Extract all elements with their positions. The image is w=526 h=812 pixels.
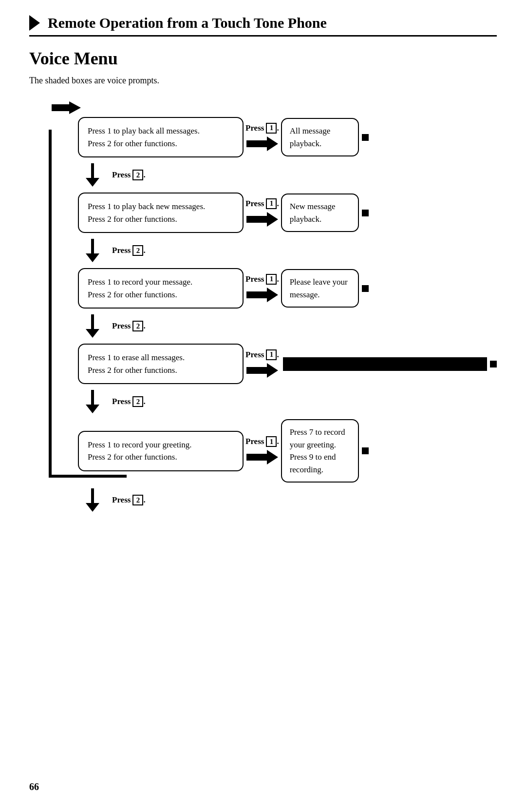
left-box-3-line2: Press 2 for other functions. xyxy=(88,290,177,299)
right-box-5-line1: Press 7 to record xyxy=(290,427,345,437)
right-box-3-line2: message. xyxy=(290,290,320,299)
press1-label-5: Press 1. xyxy=(245,436,279,447)
right-end-1 xyxy=(362,134,369,141)
header-title: Remote Operation from a Touch Tone Phone xyxy=(48,15,327,31)
flow-rows: Press 1 to play back all messages. Press… xyxy=(49,100,497,512)
right-box-3: Please leave your message. xyxy=(281,269,359,308)
right-end-4 xyxy=(490,361,497,367)
section-title: Voice Menu xyxy=(29,48,497,69)
left-box-1-line2: Press 2 for other functions. xyxy=(88,139,177,148)
svg-marker-0 xyxy=(52,101,81,114)
left-box-5-line2: Press 2 for other functions. xyxy=(88,452,177,462)
left-box-3: Press 1 to record your message. Press 2 … xyxy=(78,268,244,309)
press1-num-4: 1 xyxy=(266,349,277,360)
mid-section-2: Press 1. xyxy=(245,198,279,228)
right-box-5-line3: Press 9 to end xyxy=(290,452,336,462)
press2-section-3: Press 2. xyxy=(78,314,497,338)
left-box-2-line1: Press 1 to play back new messages. xyxy=(88,202,205,211)
flow-diagram: Press 1 to play back all messages. Press… xyxy=(49,100,497,512)
left-box-1-line1: Press 1 to play back all messages. xyxy=(88,126,200,135)
subtitle: The shaded boxes are voice prompts. xyxy=(29,76,497,86)
left-vertical-line xyxy=(49,130,52,478)
svg-marker-4 xyxy=(246,363,278,378)
left-box-2: Press 1 to play back new messages. Press… xyxy=(78,193,244,233)
svg-marker-5 xyxy=(246,450,278,464)
press1-num-5: 1 xyxy=(266,436,277,447)
shaded-box-4 xyxy=(283,357,487,371)
left-box-5: Press 1 to record your greeting. Press 2… xyxy=(78,431,244,471)
press1-label-2: Press 1. xyxy=(245,198,279,209)
header-arrow-icon xyxy=(29,15,40,31)
press1-label-4: Press 1. xyxy=(245,349,279,360)
page-header: Remote Operation from a Touch Tone Phone xyxy=(29,15,497,37)
flow-row-1: Press 1 to play back all messages. Press… xyxy=(78,117,497,157)
down-arrow-3 xyxy=(78,314,107,338)
press2-section-1: Press 2. xyxy=(78,163,497,187)
right-box-1-line2: playback. xyxy=(290,139,322,148)
right-box-2-line2: playback. xyxy=(290,214,322,224)
left-box-4: Press 1 to erase all messages. Press 2 f… xyxy=(78,344,244,384)
mid-section-4: Press 1. xyxy=(245,349,279,379)
flow-row-3: Press 1 to record your message. Press 2 … xyxy=(78,268,497,309)
right-box-1-line1: All message xyxy=(290,126,331,135)
right-end-2 xyxy=(362,210,369,216)
down-arrow-4 xyxy=(78,390,107,413)
press1-label-1: Press 1. xyxy=(245,123,279,134)
right-box-3-line1: Please leave your xyxy=(290,277,348,287)
mid-section-3: Press 1. xyxy=(245,274,279,303)
press2-label-1: Press 2. xyxy=(112,170,146,180)
press2-num-5: 2 xyxy=(132,495,143,505)
left-box-3-line1: Press 1 to record your message. xyxy=(88,277,192,287)
down-arrow-1 xyxy=(78,163,107,187)
right-box-5-line4: recording. xyxy=(290,465,323,474)
flow-row-4: Press 1 to erase all messages. Press 2 f… xyxy=(78,344,497,384)
svg-marker-1 xyxy=(246,136,278,151)
press2-label-3: Press 2. xyxy=(112,321,146,331)
mid-section-1: Press 1. xyxy=(245,123,279,152)
press2-num-2: 2 xyxy=(132,245,143,256)
right-box-2-line1: New message xyxy=(290,202,336,211)
press2-num-1: 2 xyxy=(132,170,143,180)
entry-arrow-icon xyxy=(52,100,81,115)
press2-num-3: 2 xyxy=(132,321,143,331)
left-box-1: Press 1 to play back all messages. Press… xyxy=(78,117,244,157)
left-box-5-line1: Press 1 to record your greeting. xyxy=(88,440,191,449)
press2-section-4: Press 2. xyxy=(78,390,497,413)
press2-label-4: Press 2. xyxy=(112,396,146,407)
flow-row-5: Press 1 to record your greeting. Press 2… xyxy=(78,419,497,483)
svg-marker-2 xyxy=(246,212,278,227)
press2-label-2: Press 2. xyxy=(112,245,146,256)
mid-section-5: Press 1. xyxy=(245,436,279,465)
right-end-3 xyxy=(362,285,369,292)
right-arrow-2 xyxy=(246,211,278,228)
right-arrow-3 xyxy=(246,287,278,303)
right-arrow-4 xyxy=(246,362,278,379)
right-arrow-5 xyxy=(246,449,278,465)
press2-section-5: Press 2. xyxy=(78,488,497,512)
svg-marker-3 xyxy=(246,288,278,302)
down-arrow-5 xyxy=(78,488,107,512)
right-box-1: All message playback. xyxy=(281,118,359,156)
page-number: 66 xyxy=(29,781,39,793)
right-box-2: New message playback. xyxy=(281,193,359,232)
press1-num-2: 1 xyxy=(266,198,277,209)
left-box-2-line2: Press 2 for other functions. xyxy=(88,214,177,224)
down-arrow-2 xyxy=(78,239,107,262)
right-end-5 xyxy=(362,447,369,454)
right-box-5: Press 7 to record your greeting. Press 9… xyxy=(281,419,359,483)
right-box-5-line2: your greeting. xyxy=(290,440,336,449)
right-arrow-1 xyxy=(246,135,278,152)
press1-num-1: 1 xyxy=(266,123,277,134)
press2-num-4: 2 xyxy=(132,396,143,407)
press2-label-5: Press 2. xyxy=(112,495,146,505)
left-box-4-line1: Press 1 to erase all messages. xyxy=(88,353,185,362)
press1-label-3: Press 1. xyxy=(245,274,279,285)
flow-row-2: Press 1 to play back new messages. Press… xyxy=(78,193,497,233)
left-box-4-line2: Press 2 for other functions. xyxy=(88,366,177,375)
press1-num-3: 1 xyxy=(266,274,277,285)
press2-section-2: Press 2. xyxy=(78,239,497,262)
